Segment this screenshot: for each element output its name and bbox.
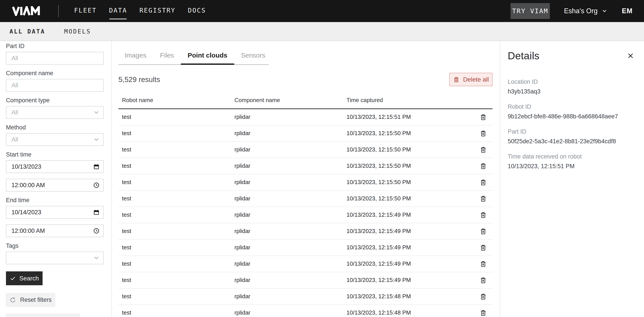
table-row[interactable]: test rplidar 10/13/2023, 12:15:50 PM (118, 125, 492, 142)
time-captured-cell: 10/13/2023, 12:15:50 PM (343, 190, 470, 207)
row-delete-button[interactable] (478, 259, 488, 269)
robot-name-cell: test (118, 125, 231, 142)
tab-images[interactable]: Images (118, 51, 153, 64)
component-name-input[interactable] (6, 79, 104, 92)
nav-item-fleet[interactable]: FLEET (74, 6, 96, 15)
robot-name-cell: test (118, 288, 231, 305)
row-delete-button[interactable] (478, 275, 488, 285)
row-delete-button[interactable] (478, 177, 488, 187)
row-delete-button[interactable] (478, 112, 488, 122)
row-delete-button[interactable] (478, 226, 488, 236)
component-name-cell: rplidar (231, 207, 343, 223)
row-delete-button[interactable] (478, 128, 488, 138)
row-delete-button[interactable] (478, 292, 488, 302)
robot-name-cell: test (118, 142, 231, 158)
robot-name-cell: test (118, 305, 231, 317)
row-delete-button[interactable] (478, 145, 488, 155)
reset-filters-label: Reset filters (20, 297, 52, 303)
robot-name-cell: test (118, 223, 231, 239)
chevron-down-icon (602, 8, 608, 14)
tab-point-clouds[interactable]: Point clouds (181, 51, 234, 64)
table-row[interactable]: test rplidar 10/13/2023, 12:15:49 PM (118, 239, 492, 256)
robot-name-cell: test (118, 207, 231, 223)
pointcloud-table-body: test rplidar 10/13/2023, 12:15:51 PM (118, 109, 492, 317)
table-row[interactable]: test rplidar 10/13/2023, 12:15:49 PM (118, 272, 492, 288)
end-date-input[interactable] (6, 206, 104, 219)
col-header-time-captured: Time captured (343, 93, 470, 109)
robot-name-cell: test (118, 174, 231, 190)
trash-icon (480, 244, 487, 251)
table-row[interactable]: test rplidar 10/13/2023, 12:15:51 PM (118, 109, 492, 125)
method-select[interactable]: All (6, 133, 104, 146)
sub-nav: ALL DATA MODELS (0, 22, 644, 41)
table-row[interactable]: test rplidar 10/13/2023, 12:15:50 PM (118, 190, 492, 207)
table-row[interactable]: test rplidar 10/13/2023, 12:15:49 PM (118, 223, 492, 239)
table-row[interactable]: test rplidar 10/13/2023, 12:15:50 PM (118, 158, 492, 174)
clock-icon[interactable] (93, 182, 100, 189)
row-delete-button[interactable] (478, 243, 488, 253)
tab-all-data[interactable]: ALL DATA (10, 28, 45, 35)
field-value: h3yb135aq3 (508, 88, 635, 95)
method-label: Method (6, 124, 103, 131)
field-value: 9b12ebcf-bfe8-486e-988b-6a668648aee7 (508, 113, 635, 120)
trash-icon (480, 130, 487, 137)
calendar-icon[interactable] (93, 163, 100, 170)
field-value: 10/13/2023, 12:15:51 PM (508, 163, 635, 170)
row-delete-button[interactable] (478, 210, 488, 220)
part-id-input[interactable] (6, 52, 104, 65)
trash-icon (480, 260, 487, 268)
table-row[interactable]: test rplidar 10/13/2023, 12:15:49 PM (118, 207, 492, 223)
row-delete-button[interactable] (478, 308, 488, 317)
tab-sensors[interactable]: Sensors (234, 51, 272, 64)
tab-models[interactable]: MODELS (64, 28, 91, 35)
search-button[interactable]: Search (6, 271, 42, 285)
component-type-select[interactable]: All (6, 106, 104, 119)
row-delete-button[interactable] (478, 194, 488, 204)
delete-all-label: Delete all (463, 76, 489, 83)
avatar[interactable]: EM (622, 7, 633, 15)
tags-select[interactable] (6, 252, 104, 264)
component-type-value: All (12, 109, 18, 116)
try-viam-button[interactable]: TRY VIAM (510, 3, 550, 19)
table-row[interactable]: test rplidar 10/13/2023, 12:15:50 PM (118, 142, 492, 158)
table-row[interactable]: test rplidar 10/13/2023, 12:15:48 PM (118, 305, 492, 317)
org-menu[interactable]: Esha's Org (564, 7, 607, 15)
details-title: Details (508, 50, 540, 62)
col-header-actions (470, 93, 492, 109)
close-details-button[interactable] (626, 51, 635, 60)
start-clock-input[interactable] (6, 179, 104, 192)
nav-item-data[interactable]: DATA (109, 6, 127, 15)
trash-icon (480, 195, 487, 202)
time-captured-cell: 10/13/2023, 12:15:50 PM (343, 142, 470, 158)
field-label: Part ID (508, 128, 635, 135)
time-captured-cell: 10/13/2023, 12:15:48 PM (343, 288, 470, 305)
component-name-cell: rplidar (231, 272, 343, 288)
details-panel: Details Location ID h3yb135aq3 Robot ID … (500, 41, 644, 317)
start-date-input[interactable] (6, 160, 104, 173)
component-name-cell: rplidar (231, 142, 343, 158)
end-clock-input[interactable] (6, 224, 104, 237)
trash-icon (480, 293, 487, 300)
copy-export-command-button[interactable]: Copy export command (6, 314, 80, 317)
reset-filters-button[interactable]: Reset filters (6, 293, 55, 307)
clock-icon[interactable] (93, 228, 100, 234)
nav-item-docs[interactable]: DOCS (188, 6, 206, 15)
component-name-cell: rplidar (231, 109, 343, 125)
topnav-divider (58, 5, 59, 17)
table-row[interactable]: test rplidar 10/13/2023, 12:15:49 PM (118, 256, 492, 272)
table-row[interactable]: test rplidar 10/13/2023, 12:15:50 PM (118, 174, 492, 190)
main-content: Images Files Point clouds Sensors 5,529 … (112, 41, 500, 317)
row-delete-button[interactable] (478, 161, 488, 171)
time-captured-cell: 10/13/2023, 12:15:50 PM (343, 174, 470, 190)
details-field-location-id: Location ID h3yb135aq3 (508, 78, 635, 95)
nav-item-registry[interactable]: REGISTRY (140, 6, 176, 15)
time-captured-cell: 10/13/2023, 12:15:50 PM (343, 158, 470, 174)
delete-all-button[interactable]: Delete all (449, 73, 492, 86)
robot-name-cell: test (118, 239, 231, 256)
tab-files[interactable]: Files (153, 51, 181, 64)
table-row[interactable]: test rplidar 10/13/2023, 12:15:48 PM (118, 288, 492, 305)
time-captured-cell: 10/13/2023, 12:15:50 PM (343, 125, 470, 142)
time-captured-cell: 10/13/2023, 12:15:48 PM (343, 305, 470, 317)
viam-logo (10, 6, 44, 16)
calendar-icon[interactable] (93, 209, 100, 216)
